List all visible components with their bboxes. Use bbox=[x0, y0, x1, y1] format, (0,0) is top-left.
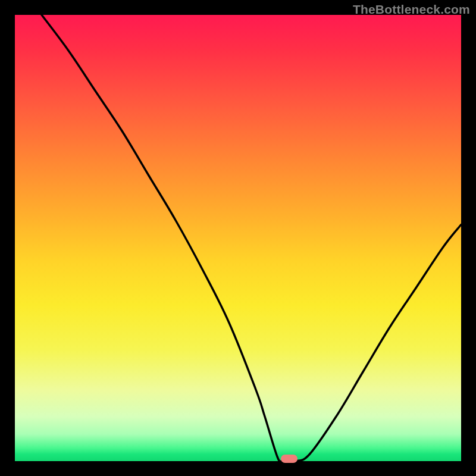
minimum-marker bbox=[281, 455, 298, 463]
chart-frame: TheBottleneck.com bbox=[0, 0, 476, 476]
bottleneck-curve bbox=[15, 15, 461, 461]
attribution-text: TheBottleneck.com bbox=[353, 2, 470, 17]
plot-area bbox=[15, 15, 461, 461]
